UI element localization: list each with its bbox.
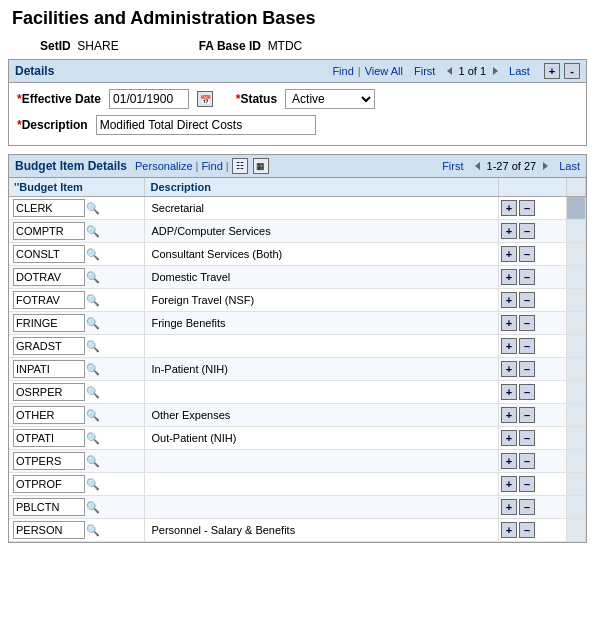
budget-nav-prev[interactable] xyxy=(471,159,485,173)
row-add-btn[interactable]: + xyxy=(501,315,517,331)
row-minus-btn[interactable]: – xyxy=(519,246,535,262)
budget-item-cell: 🔍 xyxy=(9,220,145,243)
budget-find-link[interactable]: Find xyxy=(201,160,222,172)
row-add-btn[interactable]: + xyxy=(501,338,517,354)
search-icon-btn[interactable]: 🔍 xyxy=(85,247,101,263)
search-icon-btn[interactable]: 🔍 xyxy=(85,224,101,240)
search-icon-btn[interactable]: 🔍 xyxy=(85,316,101,332)
actions-cell: +– xyxy=(498,243,566,266)
search-icon-btn[interactable]: 🔍 xyxy=(85,201,101,217)
row-minus-btn[interactable]: – xyxy=(519,453,535,469)
row-minus-btn[interactable]: – xyxy=(519,269,535,285)
row-add-btn[interactable]: + xyxy=(501,361,517,377)
row-minus-btn[interactable]: – xyxy=(519,223,535,239)
effective-date-input[interactable] xyxy=(109,89,189,109)
row-add-btn[interactable]: + xyxy=(501,269,517,285)
details-add-btn[interactable]: + xyxy=(544,63,560,79)
budget-item-cell: 🔍 xyxy=(9,358,145,381)
row-add-btn[interactable]: + xyxy=(501,200,517,216)
budget-nav-first[interactable]: First xyxy=(442,160,463,172)
row-actions: +– xyxy=(501,292,564,308)
view-all-link[interactable]: View All xyxy=(365,65,403,77)
row-add-btn[interactable]: + xyxy=(501,430,517,446)
row-minus-btn[interactable]: – xyxy=(519,361,535,377)
search-icon-btn[interactable]: 🔍 xyxy=(85,454,101,470)
budget-item-input[interactable] xyxy=(13,314,85,332)
search-icon-btn[interactable]: 🔍 xyxy=(85,523,101,539)
row-minus-btn[interactable]: – xyxy=(519,315,535,331)
budget-item-cell: 🔍 xyxy=(9,427,145,450)
budget-nav-last[interactable]: Last xyxy=(559,160,580,172)
budget-item-input[interactable] xyxy=(13,406,85,424)
row-add-btn[interactable]: + xyxy=(501,499,517,515)
find-link[interactable]: Find xyxy=(332,65,353,77)
row-minus-btn[interactable]: – xyxy=(519,522,535,538)
description-label: *Description xyxy=(17,118,88,132)
search-icon-btn[interactable]: 🔍 xyxy=(85,362,101,378)
budget-grid-icon[interactable]: ☷ xyxy=(232,158,248,174)
description-input[interactable] xyxy=(96,115,316,135)
budget-item-input[interactable] xyxy=(13,521,85,539)
row-add-btn[interactable]: + xyxy=(501,522,517,538)
setid-label: SetID xyxy=(40,39,71,53)
budget-item-input[interactable] xyxy=(13,291,85,309)
nav-next-btn[interactable] xyxy=(488,64,502,78)
description-cell: In-Patient (NIH) xyxy=(145,358,499,381)
search-icon-btn[interactable]: 🔍 xyxy=(85,431,101,447)
budget-spreadsheet-icon[interactable]: ▦ xyxy=(253,158,269,174)
search-icon-btn[interactable]: 🔍 xyxy=(85,293,101,309)
budget-item-input[interactable] xyxy=(13,199,85,217)
budget-item-input[interactable] xyxy=(13,383,85,401)
scroll-cell xyxy=(566,519,585,542)
row-add-btn[interactable]: + xyxy=(501,407,517,423)
nav-last-label[interactable]: Last xyxy=(509,65,530,77)
details-body: *Effective Date 📅 *Status Active Inactiv… xyxy=(9,83,586,145)
row-actions: +– xyxy=(501,499,564,515)
budget-nav-range: 1-27 of 27 xyxy=(487,160,537,172)
description-cell: Consultant Services (Both) xyxy=(145,243,499,266)
status-select[interactable]: Active Inactive xyxy=(285,89,375,109)
budget-nav-next[interactable] xyxy=(538,159,552,173)
details-remove-btn[interactable]: - xyxy=(564,63,580,79)
budget-item-input[interactable] xyxy=(13,337,85,355)
row-add-btn[interactable]: + xyxy=(501,246,517,262)
row-minus-btn[interactable]: – xyxy=(519,407,535,423)
row-minus-btn[interactable]: – xyxy=(519,476,535,492)
budget-item-input[interactable] xyxy=(13,475,85,493)
budget-item-input[interactable] xyxy=(13,268,85,286)
table-row: 🔍Other Expenses+– xyxy=(9,404,586,427)
search-icon-btn[interactable]: 🔍 xyxy=(85,339,101,355)
scroll-cell xyxy=(566,358,585,381)
nav-page: 1 of 1 xyxy=(458,65,486,77)
budget-personalize-link[interactable]: Personalize xyxy=(135,160,192,172)
budget-item-input[interactable] xyxy=(13,452,85,470)
search-icon-btn[interactable]: 🔍 xyxy=(85,477,101,493)
budget-item-input[interactable] xyxy=(13,360,85,378)
row-add-btn[interactable]: + xyxy=(501,292,517,308)
col-scroll xyxy=(566,178,585,197)
row-add-btn[interactable]: + xyxy=(501,384,517,400)
nav-prev-btn[interactable] xyxy=(442,64,456,78)
budget-item-input[interactable] xyxy=(13,498,85,516)
search-icon-btn[interactable]: 🔍 xyxy=(85,408,101,424)
budget-item-input[interactable] xyxy=(13,245,85,263)
row-minus-btn[interactable]: – xyxy=(519,200,535,216)
budget-item-input[interactable] xyxy=(13,222,85,240)
search-icon-btn[interactable]: 🔍 xyxy=(85,270,101,286)
search-icon-btn[interactable]: 🔍 xyxy=(85,500,101,516)
row-minus-btn[interactable]: – xyxy=(519,384,535,400)
row-add-btn[interactable]: + xyxy=(501,453,517,469)
calendar-icon[interactable]: 📅 xyxy=(197,91,213,107)
budget-item-input[interactable] xyxy=(13,429,85,447)
search-icon-btn[interactable]: 🔍 xyxy=(85,385,101,401)
budget-item-cell: 🔍 xyxy=(9,197,145,220)
row-add-btn[interactable]: + xyxy=(501,476,517,492)
col-description: Description xyxy=(145,178,499,197)
row-minus-btn[interactable]: – xyxy=(519,292,535,308)
fa-base-id-value: MTDC xyxy=(268,39,303,53)
row-minus-btn[interactable]: – xyxy=(519,430,535,446)
nav-first-label[interactable]: First xyxy=(414,65,435,77)
row-add-btn[interactable]: + xyxy=(501,223,517,239)
row-minus-btn[interactable]: – xyxy=(519,499,535,515)
row-minus-btn[interactable]: – xyxy=(519,338,535,354)
